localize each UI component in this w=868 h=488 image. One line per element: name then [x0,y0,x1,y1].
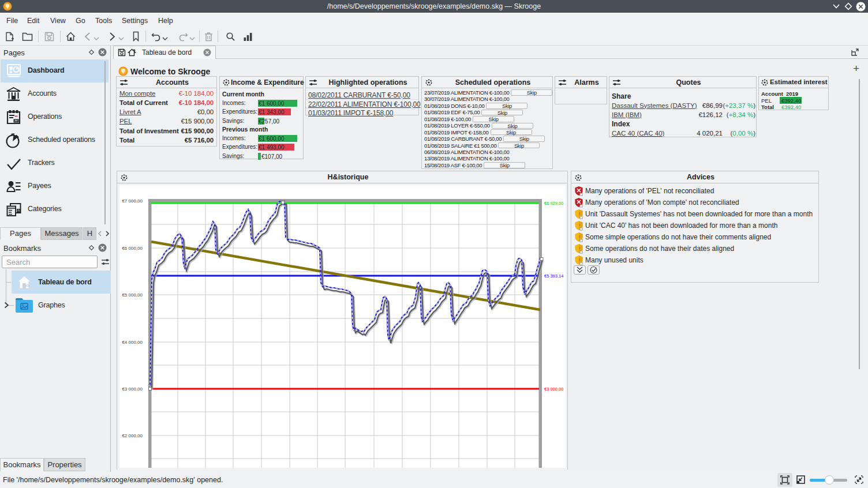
svg-text:€3 000,00: €3 000,00 [544,386,563,392]
svg-text:€4 000,00: €4 000,00 [122,340,143,345]
svg-text:€2 000,00: €2 000,00 [122,433,143,438]
svg-text:€3 000,00: €3 000,00 [122,386,143,392]
svg-text:€6 929,00: €6 929,00 [544,201,563,206]
svg-text:€5 000,00: €5 000,00 [122,292,143,298]
svg-text:€6 000,00: €6 000,00 [122,246,143,251]
svg-text:€5 393,14: €5 393,14 [544,273,563,279]
svg-text:€7 000,00: €7 000,00 [122,198,143,204]
